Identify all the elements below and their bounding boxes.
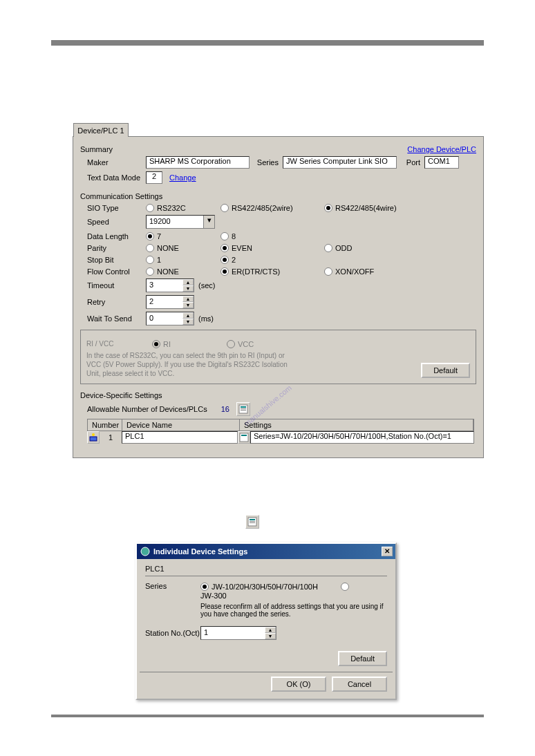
svg-point-12 xyxy=(141,547,149,556)
device-specific-title: Device-Specific Settings xyxy=(80,391,476,399)
allowable-label: Allowable Number of Devices/PLCs xyxy=(87,405,207,413)
retry-spinner[interactable]: 2 ▲▼ xyxy=(146,295,194,309)
sio-rs422-4w-label: RS422/485(4wire) xyxy=(335,204,397,212)
dialog-titlebar[interactable]: Individual Device Settings ✕ xyxy=(137,544,395,559)
flow-none-label: NONE xyxy=(157,267,179,276)
ri-label: RI xyxy=(163,340,171,348)
parity-odd-label: ODD xyxy=(335,244,352,252)
parity-odd-radio[interactable] xyxy=(324,244,332,252)
ri-vcc-group: RI / VCC RI VCC In the case of RS232C, y… xyxy=(80,330,476,384)
series-note: Please reconfirm all of address settings… xyxy=(200,603,387,618)
dialog-default-button[interactable]: Default xyxy=(338,651,387,666)
parity-none-label: NONE xyxy=(157,244,179,252)
flow-xon-label: XON/XOFF xyxy=(335,267,374,276)
wait-label: Wait To Send xyxy=(80,314,146,323)
ri-vcc-note: In the case of RS232C, you can select th… xyxy=(86,351,301,378)
close-icon[interactable]: ✕ xyxy=(382,547,393,556)
dl-7-label: 7 xyxy=(157,232,161,240)
parity-even-radio[interactable] xyxy=(220,244,229,252)
station-spinner[interactable]: 1 ▲▼ xyxy=(200,626,276,640)
maker-value: SHARP MS Corporation xyxy=(146,156,250,169)
retry-label: Retry xyxy=(80,298,146,306)
row-device-name[interactable]: PLC1 xyxy=(122,431,238,444)
series-jw-radio[interactable] xyxy=(200,583,209,591)
station-label: Station No.(Oct) xyxy=(145,629,200,637)
sio-type-label: SIO Type xyxy=(80,204,146,212)
svg-point-5 xyxy=(92,433,95,436)
row-number: 1 xyxy=(100,433,122,442)
flow-label: Flow Control xyxy=(80,267,146,276)
flow-xon-radio[interactable] xyxy=(324,267,332,276)
sio-rs422-2w-radio[interactable] xyxy=(220,204,229,212)
cancel-button[interactable]: Cancel xyxy=(332,677,387,692)
allowable-value: 16 xyxy=(221,405,229,413)
series-label: Series xyxy=(250,158,283,167)
chevron-down-icon: ▾ xyxy=(203,216,214,228)
flow-none-radio[interactable] xyxy=(146,267,154,276)
wait-spinner[interactable]: 0 ▲▼ xyxy=(146,312,194,325)
retry-value: 2 xyxy=(147,296,182,308)
change-link[interactable]: Change xyxy=(169,173,196,182)
parity-none-radio[interactable] xyxy=(146,244,154,252)
svg-rect-10 xyxy=(250,521,255,522)
svg-rect-3 xyxy=(241,410,246,410)
svg-rect-11 xyxy=(250,522,255,523)
timeout-value: 3 xyxy=(147,279,182,292)
speed-label: Speed xyxy=(80,218,146,226)
dl-8-radio[interactable] xyxy=(220,232,229,240)
sb-1-label: 1 xyxy=(157,256,161,264)
series-jw300-radio[interactable] xyxy=(341,583,349,591)
port-label: Port xyxy=(397,158,424,167)
station-value: 1 xyxy=(201,627,265,639)
device-icon[interactable] xyxy=(87,431,100,444)
device-plc-panel: Device/PLC 1 Summary Change Device/PLC M… xyxy=(73,136,484,458)
sb-2-label: 2 xyxy=(232,256,236,264)
parity-label: Parity xyxy=(80,244,146,252)
dialog-plc-name: PLC1 xyxy=(145,565,387,576)
comm-title: Communication Settings xyxy=(80,192,476,200)
stop-bit-label: Stop Bit xyxy=(80,256,146,264)
spinner-down-icon[interactable]: ▼ xyxy=(182,319,194,325)
speed-select[interactable]: 19200 ▾ xyxy=(146,215,215,229)
timeout-unit: (sec) xyxy=(198,281,215,290)
data-length-label: Data Length xyxy=(80,232,146,240)
spinner-down-icon[interactable]: ▼ xyxy=(182,302,194,308)
dialog-series-label: Series xyxy=(145,582,200,590)
sio-rs232c-radio[interactable] xyxy=(146,204,154,212)
maker-label: Maker xyxy=(80,158,146,167)
col-number: Number xyxy=(88,419,122,431)
ri-vcc-title: RI / VCC xyxy=(86,339,152,348)
default-button[interactable]: Default xyxy=(421,363,470,378)
spinner-down-icon[interactable]: ▼ xyxy=(182,285,194,292)
dl-7-radio[interactable] xyxy=(146,232,154,240)
sio-rs422-4w-radio[interactable] xyxy=(324,204,332,212)
spinner-up-icon[interactable]: ▲ xyxy=(182,312,194,319)
dialog-icon xyxy=(140,546,151,557)
sio-rs422-2w-label: RS422/485(2wire) xyxy=(232,204,293,212)
settings-sheet-icon[interactable] xyxy=(245,515,259,529)
row-settings-icon[interactable] xyxy=(238,431,250,444)
series-jw-label: JW-10/20H/30H/50H/70H/100H xyxy=(212,583,318,591)
row-settings-value: Series=JW-10/20H/30H/50H/70H/100H,Statio… xyxy=(250,431,474,444)
spinner-up-icon[interactable]: ▲ xyxy=(265,627,276,633)
spinner-up-icon[interactable]: ▲ xyxy=(182,296,194,302)
flow-er-radio[interactable] xyxy=(220,267,229,276)
speed-value: 19200 xyxy=(147,216,203,228)
change-device-plc-link[interactable]: Change Device/PLC xyxy=(407,145,476,153)
text-data-mode-value: 2 xyxy=(146,171,162,184)
port-value: COM1 xyxy=(424,156,459,169)
ok-button[interactable]: OK (O) xyxy=(271,677,326,692)
timeout-label: Timeout xyxy=(80,281,146,290)
flow-er-label: ER(DTR/CTS) xyxy=(232,267,280,276)
sb-2-radio[interactable] xyxy=(220,256,229,264)
spinner-up-icon[interactable]: ▲ xyxy=(182,279,194,285)
parity-even-label: EVEN xyxy=(232,244,252,252)
tab-device-plc-1[interactable]: Device/PLC 1 xyxy=(73,123,129,137)
add-device-icon[interactable] xyxy=(236,402,250,416)
ri-radio xyxy=(152,340,160,348)
svg-rect-2 xyxy=(241,408,246,409)
spinner-down-icon[interactable]: ▼ xyxy=(265,633,276,639)
timeout-spinner[interactable]: 3 ▲▼ xyxy=(146,278,194,292)
sb-1-radio[interactable] xyxy=(146,256,154,264)
series-value: JW Series Computer Link SIO xyxy=(283,156,397,169)
